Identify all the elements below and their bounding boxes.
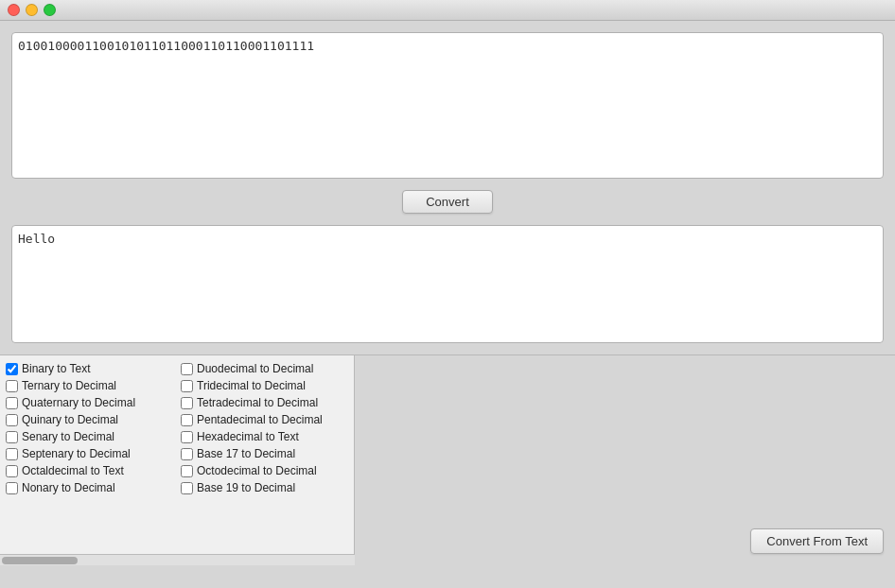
list-item: Duodecimal to Decimal [179, 361, 350, 376]
right-panel: Convert From Text [355, 355, 895, 565]
checkbox-label[interactable]: Ternary to Decimal [22, 379, 116, 392]
checkbox-label[interactable]: Base 19 to Decimal [197, 481, 295, 494]
checkbox-cb1[interactable] [6, 363, 18, 375]
checkbox-label[interactable]: Tetradecimal to Decimal [197, 396, 318, 409]
minimize-button[interactable] [26, 4, 38, 16]
checkbox-label[interactable]: Octodecimal to Decimal [197, 464, 317, 477]
checkbox-label[interactable]: Senary to Decimal [22, 430, 114, 443]
checkbox-cb8[interactable] [6, 482, 18, 494]
checkbox-cb16[interactable] [181, 482, 193, 494]
bottom-panel: Binary to TextDuodecimal to DecimalTerna… [0, 355, 895, 565]
checkbox-label[interactable]: Duodecimal to Decimal [197, 362, 313, 375]
checkbox-cb4[interactable] [6, 414, 18, 426]
input-textarea[interactable] [11, 32, 884, 179]
main-content: Convert [0, 21, 895, 355]
list-item: Octaldecimal to Text [4, 463, 175, 478]
checkbox-cb5[interactable] [6, 431, 18, 443]
list-item: Binary to Text [4, 361, 175, 376]
title-bar [0, 0, 895, 21]
list-item: Senary to Decimal [4, 429, 175, 444]
checkbox-cb9[interactable] [181, 363, 193, 375]
list-item: Pentadecimal to Decimal [179, 412, 350, 427]
horizontal-scrollbar[interactable] [0, 554, 355, 565]
checkbox-cb2[interactable] [6, 380, 18, 392]
checkbox-label[interactable]: Septenary to Decimal [22, 447, 131, 460]
checkbox-label[interactable]: Tridecimal to Decimal [197, 379, 306, 392]
list-item: Nonary to Decimal [4, 480, 175, 495]
maximize-button[interactable] [44, 4, 56, 16]
checkbox-cb6[interactable] [6, 448, 18, 460]
checkbox-label[interactable]: Quinary to Decimal [22, 413, 118, 426]
checkbox-cb7[interactable] [6, 465, 18, 477]
convert-button-row: Convert [11, 190, 884, 214]
checkbox-label[interactable]: Octaldecimal to Text [22, 464, 124, 477]
checkbox-cb10[interactable] [181, 380, 193, 392]
list-item: Octodecimal to Decimal [179, 463, 350, 478]
convert-button[interactable]: Convert [402, 190, 493, 214]
checkbox-cb3[interactable] [6, 397, 18, 409]
scrollbar-thumb[interactable] [2, 557, 78, 564]
list-item: Tridecimal to Decimal [179, 378, 350, 393]
list-item: Ternary to Decimal [4, 378, 175, 393]
checkbox-cb11[interactable] [181, 397, 193, 409]
checkbox-cb15[interactable] [181, 465, 193, 477]
list-item: Hexadecimal to Text [179, 429, 350, 444]
checkbox-label[interactable]: Binary to Text [22, 362, 90, 375]
list-item: Base 19 to Decimal [179, 480, 350, 495]
checkbox-label[interactable]: Nonary to Decimal [22, 481, 115, 494]
list-item: Septenary to Decimal [4, 446, 175, 461]
checkbox-label[interactable]: Base 17 to Decimal [197, 447, 295, 460]
output-textarea[interactable] [11, 225, 884, 343]
list-item: Quinary to Decimal [4, 412, 175, 427]
list-item: Quaternary to Decimal [4, 395, 175, 410]
checkbox-section: Binary to TextDuodecimal to DecimalTerna… [0, 355, 355, 565]
checkbox-label[interactable]: Hexadecimal to Text [197, 430, 299, 443]
checkbox-label[interactable]: Pentadecimal to Decimal [197, 413, 323, 426]
checkbox-list: Binary to TextDuodecimal to DecimalTerna… [0, 355, 355, 554]
checkbox-columns: Binary to TextDuodecimal to DecimalTerna… [4, 361, 350, 495]
list-item: Base 17 to Decimal [179, 446, 350, 461]
close-button[interactable] [8, 4, 20, 16]
convert-from-text-button[interactable]: Convert From Text [750, 528, 884, 554]
checkbox-label[interactable]: Quaternary to Decimal [22, 396, 135, 409]
checkbox-cb12[interactable] [181, 414, 193, 426]
checkbox-cb13[interactable] [181, 431, 193, 443]
list-item: Tetradecimal to Decimal [179, 395, 350, 410]
checkbox-cb14[interactable] [181, 448, 193, 460]
